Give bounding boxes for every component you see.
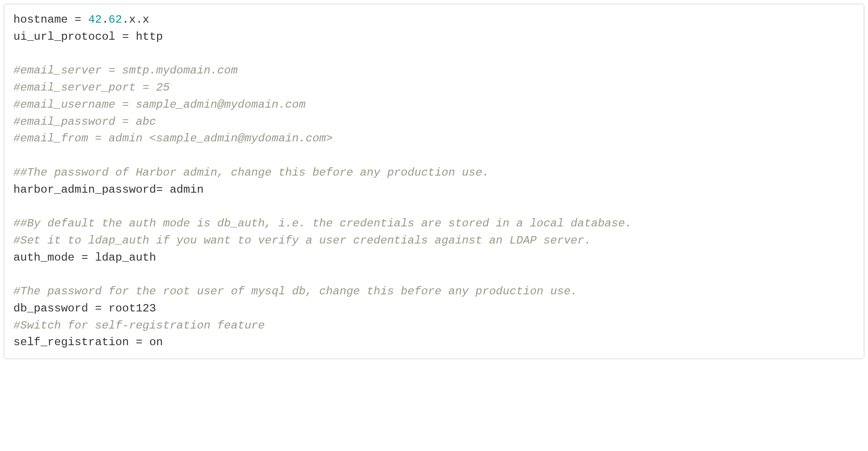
- code-line-comment: #email_server_port = 25: [13, 79, 855, 97]
- text: .: [102, 13, 109, 26]
- code-line-comment: #email_from = admin <sample_admin@mydoma…: [13, 130, 855, 147]
- code-line-comment: #email_server = smtp.mydomain.com: [13, 62, 855, 79]
- code-line-1: hostname = 42.62.x.x: [13, 12, 855, 29]
- code-line-comment: #Switch for self-registration feature: [13, 317, 855, 335]
- number: 62: [109, 13, 122, 26]
- code-line-comment: #Set it to ldap_auth if you want to veri…: [13, 232, 855, 250]
- code-line: harbor_admin_password= admin: [13, 182, 855, 199]
- code-line: self_registration = on: [13, 334, 855, 351]
- text: .x.x: [122, 13, 149, 26]
- code-line-2: ui_url_protocol = http: [13, 29, 855, 46]
- number: 42: [88, 13, 102, 26]
- code-line-comment: ##The password of Harbor admin, change t…: [13, 165, 855, 182]
- code-line-comment: #email_username = sample_admin@mydomain.…: [13, 97, 855, 114]
- code-line-blank: [13, 147, 855, 165]
- code-line-blank: [13, 198, 855, 215]
- code-line-comment: #email_password = abc: [13, 114, 855, 131]
- code-line-comment: #The password for the root user of mysql…: [13, 283, 855, 300]
- code-line: auth_mode = ldap_auth: [13, 250, 855, 267]
- text: hostname =: [13, 13, 88, 26]
- code-line-blank: [13, 46, 855, 63]
- code-block: hostname = 42.62.x.x ui_url_protocol = h…: [4, 4, 864, 359]
- code-line-comment: ##By default the auth mode is db_auth, i…: [13, 215, 855, 232]
- code-line: db_password = root123: [13, 300, 855, 317]
- code-line-blank: [13, 266, 855, 283]
